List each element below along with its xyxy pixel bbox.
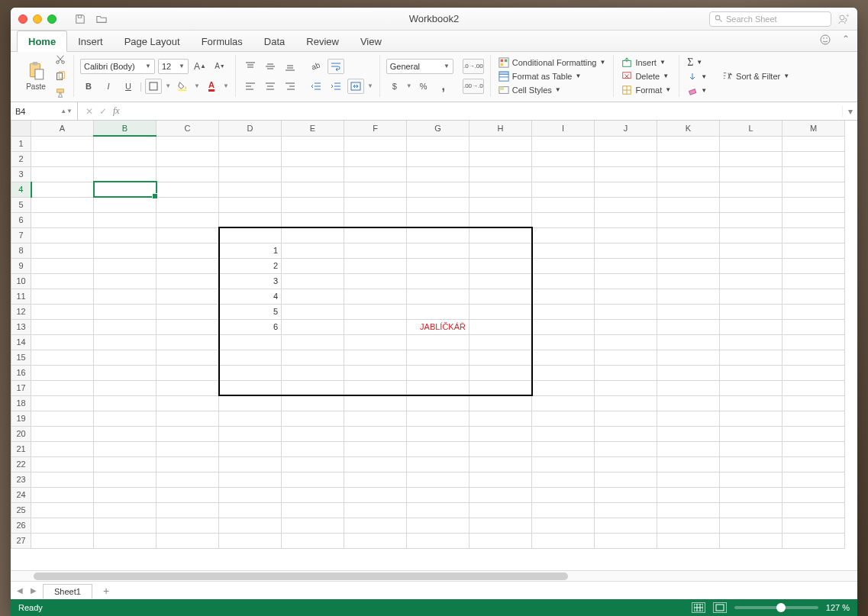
decrease-decimal-icon[interactable]: .00→.0 xyxy=(463,79,484,94)
cell-I7[interactable] xyxy=(532,227,595,243)
cell-B9[interactable] xyxy=(94,258,156,273)
clear-button[interactable]: ▼ xyxy=(686,85,708,97)
tab-review[interactable]: Review xyxy=(295,31,350,51)
cell-C4[interactable] xyxy=(156,182,219,197)
cell-H3[interactable] xyxy=(469,166,532,182)
cell-J15[interactable] xyxy=(595,350,657,365)
tab-page-layout[interactable]: Page Layout xyxy=(114,31,191,51)
cell-F13[interactable] xyxy=(344,319,407,334)
cell-B7[interactable] xyxy=(94,227,156,243)
cell-C22[interactable] xyxy=(156,456,219,472)
cell-D19[interactable] xyxy=(219,411,282,426)
format-cells-button[interactable]: Format▼ xyxy=(620,84,673,96)
cell-B11[interactable] xyxy=(94,289,156,304)
cell-E5[interactable] xyxy=(282,197,344,212)
sort-filter-button[interactable]: Sort & Filter▼ xyxy=(721,70,791,82)
cell-A14[interactable] xyxy=(31,334,94,350)
cell-A27[interactable] xyxy=(31,533,94,548)
cell-F8[interactable] xyxy=(344,243,407,258)
cell-F7[interactable] xyxy=(344,227,407,243)
decrease-indent-icon[interactable] xyxy=(308,79,324,94)
row-header-9[interactable]: 9 xyxy=(11,258,31,273)
underline-button[interactable]: U xyxy=(120,79,137,94)
cell-G20[interactable] xyxy=(407,426,469,441)
minimize-window-button[interactable] xyxy=(33,15,42,24)
cell-J23[interactable] xyxy=(595,472,657,487)
row-header-14[interactable]: 14 xyxy=(11,334,31,350)
share-icon[interactable]: + xyxy=(837,13,850,25)
cell-I14[interactable] xyxy=(532,334,595,350)
cell-M9[interactable] xyxy=(782,258,845,273)
cell-L9[interactable] xyxy=(720,258,782,273)
cell-E6[interactable] xyxy=(282,212,344,227)
cell-D16[interactable] xyxy=(219,365,282,380)
cell-H13[interactable] xyxy=(469,319,532,334)
conditional-formatting-button[interactable]: Conditional Formatting▼ xyxy=(497,56,608,69)
cell-E10[interactable] xyxy=(282,273,344,289)
zoom-level[interactable]: 127 % xyxy=(826,603,850,612)
cell-D14[interactable] xyxy=(219,334,282,350)
row-header-24[interactable]: 24 xyxy=(11,487,31,502)
cell-M8[interactable] xyxy=(782,243,845,258)
row-header-16[interactable]: 16 xyxy=(11,365,31,380)
cell-I16[interactable] xyxy=(532,365,595,380)
cell-M19[interactable] xyxy=(782,411,845,426)
cell-K16[interactable] xyxy=(657,365,720,380)
cell-E27[interactable] xyxy=(282,533,344,548)
cell-D18[interactable] xyxy=(219,395,282,411)
cell-J21[interactable] xyxy=(595,441,657,456)
cell-F5[interactable] xyxy=(344,197,407,212)
format-as-table-button[interactable]: Format as Table▼ xyxy=(497,70,583,82)
cell-D12[interactable]: 5 xyxy=(219,304,282,319)
cell-C8[interactable] xyxy=(156,243,219,258)
cell-I15[interactable] xyxy=(532,350,595,365)
name-box[interactable]: B4 ▲▼ xyxy=(11,102,78,120)
cell-D24[interactable] xyxy=(219,487,282,502)
cell-C7[interactable] xyxy=(156,227,219,243)
cell-D23[interactable] xyxy=(219,472,282,487)
cell-A18[interactable] xyxy=(31,395,94,411)
cell-H23[interactable] xyxy=(469,472,532,487)
cell-E8[interactable] xyxy=(282,243,344,258)
cell-A17[interactable] xyxy=(31,380,94,395)
cell-E9[interactable] xyxy=(282,258,344,273)
cell-A13[interactable] xyxy=(31,319,94,334)
align-top-icon[interactable] xyxy=(242,59,259,74)
cell-L16[interactable] xyxy=(720,365,782,380)
normal-view-icon[interactable] xyxy=(692,602,705,613)
row-header-11[interactable]: 11 xyxy=(11,289,31,304)
row-header-8[interactable]: 8 xyxy=(11,243,31,258)
cell-C25[interactable] xyxy=(156,502,219,518)
close-window-button[interactable] xyxy=(18,15,27,24)
autosum-button[interactable]: Σ▼ xyxy=(686,56,704,69)
delete-cells-button[interactable]: Delete▼ xyxy=(620,70,670,82)
cell-D27[interactable] xyxy=(219,533,282,548)
cell-G26[interactable] xyxy=(407,518,469,533)
row-header-26[interactable]: 26 xyxy=(11,518,31,533)
cell-E16[interactable] xyxy=(282,365,344,380)
cell-C26[interactable] xyxy=(156,518,219,533)
cell-L11[interactable] xyxy=(720,289,782,304)
cell-L5[interactable] xyxy=(720,197,782,212)
cell-G2[interactable] xyxy=(407,151,469,166)
cell-A7[interactable] xyxy=(31,227,94,243)
expand-formula-bar-icon[interactable]: ▾ xyxy=(842,106,857,117)
cell-H22[interactable] xyxy=(469,456,532,472)
col-header-E[interactable]: E xyxy=(282,121,344,136)
cell-J18[interactable] xyxy=(595,395,657,411)
cell-E23[interactable] xyxy=(282,472,344,487)
cell-G8[interactable] xyxy=(407,243,469,258)
cell-B10[interactable] xyxy=(94,273,156,289)
cell-B3[interactable] xyxy=(94,166,156,182)
cell-H21[interactable] xyxy=(469,441,532,456)
cell-M22[interactable] xyxy=(782,456,845,472)
cell-G12[interactable] xyxy=(407,304,469,319)
cell-H9[interactable] xyxy=(469,258,532,273)
cell-C12[interactable] xyxy=(156,304,219,319)
cell-I27[interactable] xyxy=(532,533,595,548)
cell-F19[interactable] xyxy=(344,411,407,426)
col-header-A[interactable]: A xyxy=(31,121,94,136)
wrap-text-icon[interactable] xyxy=(328,59,344,74)
cell-H8[interactable] xyxy=(469,243,532,258)
cell-C17[interactable] xyxy=(156,380,219,395)
